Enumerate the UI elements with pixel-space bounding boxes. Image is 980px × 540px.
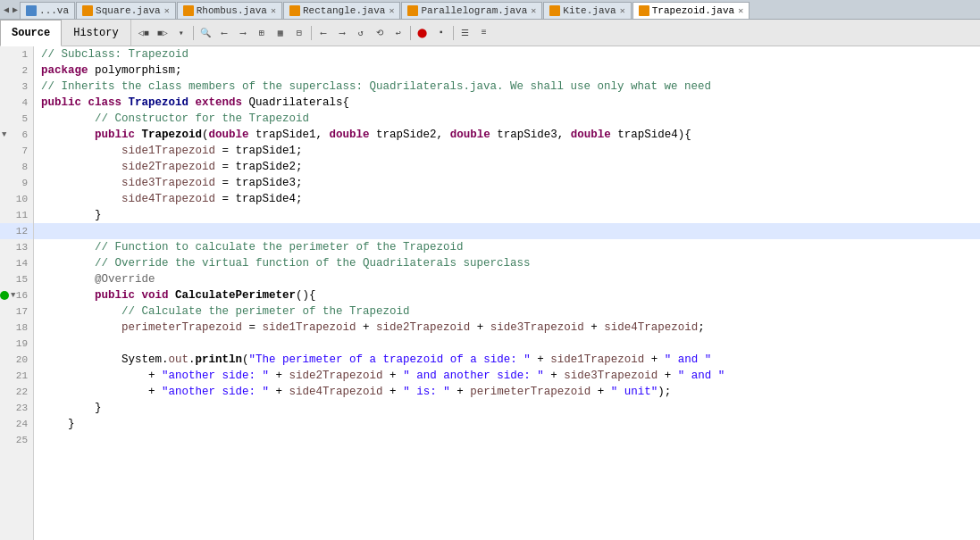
code-line-16: public void CalculatePerimeter(){ (34, 287, 980, 303)
code-line-6: public Trapezoid(double trapSide1, doubl… (34, 127, 980, 143)
tab-nav-left[interactable]: ◀ (2, 4, 11, 15)
tab-rectangle[interactable]: Rectangle.java ✕ (283, 2, 400, 20)
tab-source[interactable]: Source (0, 20, 62, 46)
line-num-17: 17 (0, 303, 33, 320)
toolbar-btn-next-bookmark[interactable]: ⟶ (234, 24, 252, 42)
toolbar-btn-6[interactable]: ⊟ (290, 24, 308, 42)
tab-close-parallelogram[interactable]: ✕ (531, 5, 536, 16)
source-history-tabs: Source History (0, 20, 130, 46)
toolbar-btn-11[interactable]: ↩ (389, 24, 407, 42)
tab-icon-rectangle (289, 5, 300, 16)
tab-icon-trapezoid (639, 5, 649, 16)
toolbar-btn-4[interactable]: ⊞ (253, 24, 271, 42)
tab-close-kite[interactable]: ✕ (620, 5, 625, 16)
tab-close-trapezoid[interactable]: ✕ (738, 5, 743, 16)
line-num-5: 5 (0, 111, 33, 127)
code-line-23: } (34, 400, 980, 416)
code-line-21: + "another side: " + side2Trapezoid + " … (34, 368, 980, 384)
tab-label-rhombus: Rhombus.java (197, 5, 267, 16)
tab-label-rectangle: Rectangle.java (303, 5, 385, 16)
tab-close-rhombus[interactable]: ✕ (271, 5, 276, 16)
toolbar-dropdown-1[interactable]: ▾ (172, 24, 190, 42)
tab-icon-rhombus (183, 5, 194, 16)
tab-label-parallelogram: Parallelogram.java (421, 5, 527, 16)
toolbar-btn-debug-stop[interactable]: ⬤ (414, 24, 431, 42)
toolbar-btn-15[interactable]: ≡ (475, 24, 493, 42)
code-editor[interactable]: 1 2 3 4 5 ▼6 7 8 9 10 11 12 13 14 15 ▼16… (0, 46, 980, 540)
history-tab-label: History (73, 27, 118, 39)
line-num-13: 13 (0, 239, 33, 255)
code-line-14: // Override the virtual function of the … (34, 255, 980, 271)
code-line-25 (34, 432, 980, 448)
toolbar-btn-5[interactable]: ▦ (272, 24, 289, 42)
tab-label-square: Square.java (96, 5, 161, 16)
code-line-10: side4Trapezoid = trapSide4; (34, 191, 980, 207)
toolbar-btn-prev-bookmark[interactable]: ⟵ (215, 24, 233, 42)
line-num-11: 11 (0, 207, 33, 223)
tab-icon-square (82, 5, 93, 16)
tab-close-square[interactable]: ✕ (164, 5, 170, 16)
line-num-23: 23 (0, 400, 33, 416)
code-line-12 (34, 223, 980, 239)
tab-label-kite: Kite.java (563, 5, 616, 16)
line-num-19: 19 (0, 336, 33, 352)
code-line-18: perimeterTrapezoid = side1Trapezoid + si… (34, 320, 980, 336)
line-num-3: 3 (0, 79, 33, 95)
line-num-24: 24 (0, 416, 33, 432)
tab-kite[interactable]: Kite.java ✕ (543, 2, 631, 20)
tab-close-rectangle[interactable]: ✕ (389, 5, 394, 16)
tab-bar: ◀ ▶ ...va Square.java ✕ Rhombus.java ✕ R… (0, 0, 980, 20)
line-num-8: 8 (0, 159, 33, 175)
line-num-18: 18 (0, 320, 33, 336)
tab-label-trapezoid: Trapezoid.java (652, 5, 734, 16)
source-toolbar-row: Source History ◁■ ■▷ ▾ 🔍 ⟵ ⟶ ⊞ ▦ ⊟ ⟵ ⟶ ↺… (0, 20, 980, 46)
line-num-10: 10 (0, 191, 33, 207)
code-line-22: + "another side: " + side4Trapezoid + " … (34, 384, 980, 400)
toolbar-sep-4 (453, 26, 454, 40)
toolbar-btn-toggle-bookmark[interactable]: 🔍 (197, 24, 214, 42)
code-line-17: // Calculate the perimeter of the Trapez… (34, 303, 980, 320)
tab-trapezoid[interactable]: Trapezoid.java ✕ (632, 2, 750, 20)
line-num-2: 2 (0, 62, 33, 79)
line-num-20: 20 (0, 352, 33, 368)
source-tab-label: Source (12, 27, 50, 39)
tab-square[interactable]: Square.java ✕ (76, 2, 176, 20)
code-line-15: @Override (34, 271, 980, 287)
tab-nav-right[interactable]: ▶ (11, 4, 20, 15)
toolbar-btn-10[interactable]: ⟲ (371, 24, 389, 42)
line-num-25: 25 (0, 432, 33, 448)
tab-rhombus[interactable]: Rhombus.java ✕ (177, 2, 282, 20)
toolbar-sep-3 (410, 26, 411, 40)
code-line-5: // Constructor for the Trapezoid (34, 111, 980, 127)
line-num-4: 4 (0, 95, 33, 111)
code-line-19 (34, 336, 980, 352)
line-num-21: 21 (0, 368, 33, 384)
toolbar-btn-2[interactable]: ■▷ (154, 24, 172, 42)
code-line-2: package polymorphism; (34, 62, 980, 79)
tab-va[interactable]: ...va (20, 2, 75, 20)
code-line-24: } (34, 416, 980, 432)
tab-icon-parallelogram (407, 5, 418, 16)
tab-parallelogram[interactable]: Parallelogram.java ✕ (401, 2, 542, 20)
code-line-1: // Subclass: Trapezoid (34, 46, 980, 62)
tab-icon-kite (549, 5, 560, 16)
tab-icon-va (26, 5, 37, 16)
toolbar-btn-forward-nav[interactable]: ⟶ (333, 24, 351, 42)
line-num-22: 22 (0, 384, 33, 400)
line-numbers: 1 2 3 4 5 ▼6 7 8 9 10 11 12 13 14 15 ▼16… (0, 46, 34, 540)
code-line-3: // Inherits the class members of the sup… (34, 79, 980, 95)
line-num-15: 15 (0, 271, 33, 287)
code-line-9: side3Trapezoid = trapSide3; (34, 175, 980, 191)
toolbar-btn-14[interactable]: ☰ (456, 24, 474, 42)
toolbar-btn-9[interactable]: ↺ (352, 24, 370, 42)
toolbar-sep-2 (311, 26, 312, 40)
code-content[interactable]: // Subclass: Trapezoid package polymorph… (34, 46, 980, 540)
code-line-7: side1Trapezoid = trapSide1; (34, 143, 980, 159)
tab-label-va: ...va (39, 5, 69, 16)
line-num-12: 12 (0, 223, 33, 239)
toolbar-btn-back-nav[interactable]: ⟵ (314, 24, 332, 42)
toolbar: ◁■ ■▷ ▾ 🔍 ⟵ ⟶ ⊞ ▦ ⊟ ⟵ ⟶ ↺ ⟲ ↩ ⬤ ▪ ☰ ≡ (130, 20, 497, 46)
tab-history[interactable]: History (62, 20, 130, 46)
toolbar-btn-13[interactable]: ▪ (432, 24, 450, 42)
toolbar-btn-1[interactable]: ◁■ (135, 24, 153, 42)
